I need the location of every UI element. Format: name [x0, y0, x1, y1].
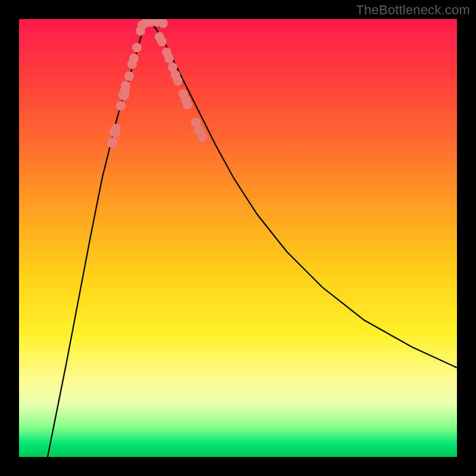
data-point — [116, 101, 126, 111]
data-point — [173, 76, 183, 86]
data-point — [124, 71, 134, 81]
data-point — [183, 100, 192, 109]
curve-left — [48, 20, 148, 457]
data-point — [129, 54, 139, 63]
data-point — [198, 133, 207, 142]
data-point — [157, 37, 167, 46]
data-point — [164, 54, 174, 63]
chart-frame: TheBottleneck.com — [0, 0, 476, 476]
data-point — [111, 124, 121, 133]
watermark-text: TheBottleneck.com — [356, 2, 470, 18]
data-point — [158, 19, 168, 28]
data-point — [121, 81, 130, 90]
plot-area — [19, 19, 457, 457]
curve-svg — [19, 19, 457, 457]
data-points — [107, 19, 207, 148]
data-point — [107, 137, 118, 148]
curve-right — [148, 20, 457, 368]
data-point — [132, 43, 142, 52]
